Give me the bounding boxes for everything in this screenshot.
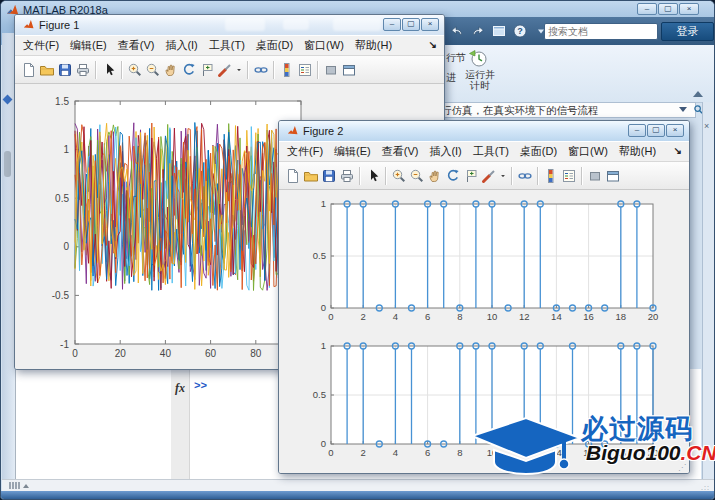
login-button[interactable]: 登录 (661, 22, 714, 41)
caret-down-icon[interactable] (234, 61, 244, 79)
menu-item-figure1-5[interactable]: 桌面(D) (256, 38, 293, 53)
brush-icon[interactable] (216, 61, 234, 79)
toolbar-separator (537, 167, 539, 185)
doc-address-bar[interactable]: 行仿真，在真实环境下的信号流程 (444, 102, 696, 118)
figure2-titlebar[interactable]: Figure 2 – ▢ × (279, 121, 689, 141)
help-icon[interactable]: ? (512, 23, 528, 39)
figure2-maximize-button[interactable]: ▢ (647, 124, 665, 137)
menu-item-figure1-6[interactable]: 窗口(W) (304, 38, 344, 53)
statusbar-grip-icon[interactable] (9, 482, 29, 489)
dock-plain-icon[interactable] (322, 61, 340, 79)
figure1-close-button[interactable]: × (421, 18, 439, 31)
menu-item-figure1-2[interactable]: 查看(V) (118, 38, 155, 53)
svg-text:1: 1 (63, 144, 69, 155)
pointer-icon[interactable] (100, 61, 118, 79)
figure2-resize-grip-icon[interactable]: ⋰ (678, 463, 686, 472)
brush-icon[interactable] (480, 167, 498, 185)
menu-item-figure2-0[interactable]: 文件(F) (287, 144, 323, 159)
print-icon[interactable] (338, 167, 356, 185)
menu-item-figure2-3[interactable]: 插入(I) (429, 144, 461, 159)
figure1-titlebar[interactable]: Figure 1 – ▢ × (15, 15, 444, 35)
menu-item-figure1-1[interactable]: 编辑(E) (70, 38, 107, 53)
zoom-in-icon[interactable] (390, 167, 408, 185)
insert-legend-icon[interactable] (296, 61, 314, 79)
rotate-3d-icon[interactable] (444, 167, 462, 185)
insert-colorbar-icon[interactable] (278, 61, 296, 79)
open-folder-icon[interactable] (38, 61, 56, 79)
ribbon-step-fragment[interactable]: 进 (446, 71, 456, 85)
menu-item-figure1-3[interactable]: 插入(I) (165, 38, 197, 53)
main-maximize-button[interactable]: ▢ (658, 3, 678, 15)
run-and-time-button[interactable]: 运行并 计时 (458, 69, 502, 91)
figure2-toolbar (279, 162, 689, 190)
main-minimize-button[interactable]: – (637, 3, 657, 15)
svg-text:20: 20 (115, 348, 127, 359)
svg-text:4: 4 (393, 311, 398, 322)
figure2-plot-canvas[interactable]: 0246810121416182000.51024681012141618200… (279, 190, 689, 474)
new-doc-icon[interactable] (284, 167, 302, 185)
window-resize-grip-icon[interactable]: .:: (701, 484, 710, 491)
figure2-axes[interactable]: 0246810121416182000.51024681012141618200… (279, 190, 687, 474)
link-plots-icon[interactable] (516, 167, 534, 185)
dock-plain-icon[interactable] (586, 167, 604, 185)
svg-text:0: 0 (321, 302, 326, 313)
ribbon-run-section-fragment[interactable]: 行节 (446, 51, 466, 65)
figure1-minimize-button[interactable]: – (383, 18, 401, 31)
save-icon[interactable] (56, 61, 74, 79)
figure2-dock-arrow-icon[interactable]: ↘ (674, 145, 682, 156)
toolbar-separator (359, 167, 361, 185)
current-folder-panel[interactable] (15, 369, 172, 481)
panel-close-icon[interactable]: × (704, 121, 709, 131)
svg-text:0: 0 (321, 438, 326, 449)
print-icon[interactable] (74, 61, 92, 79)
menu-item-figure1-0[interactable]: 文件(F) (23, 38, 59, 53)
insert-colorbar-icon[interactable] (542, 167, 560, 185)
svg-text:2: 2 (361, 447, 366, 458)
window-icon[interactable] (491, 23, 507, 39)
pan-icon[interactable] (426, 167, 444, 185)
menu-item-figure2-6[interactable]: 窗口(W) (568, 144, 608, 159)
pointer-icon[interactable] (364, 167, 382, 185)
data-cursor-icon[interactable] (462, 167, 480, 185)
zoom-out-icon[interactable] (144, 61, 162, 79)
svg-text:0: 0 (72, 348, 78, 359)
zoom-out-icon[interactable] (408, 167, 426, 185)
left-scrollbar-thumb[interactable] (4, 151, 11, 177)
open-folder-icon[interactable] (302, 167, 320, 185)
zoom-in-icon[interactable] (126, 61, 144, 79)
toolbar-separator (273, 61, 275, 79)
menu-item-figure1-7[interactable]: 帮助(H) (355, 38, 392, 53)
link-plots-icon[interactable] (252, 61, 270, 79)
figure2-close-button[interactable]: × (666, 124, 684, 137)
rotate-3d-icon[interactable] (180, 61, 198, 79)
new-doc-icon[interactable] (20, 61, 38, 79)
insert-legend-icon[interactable] (560, 167, 578, 185)
data-cursor-icon[interactable] (198, 61, 216, 79)
figure2-minimize-button[interactable]: – (628, 124, 646, 137)
menu-item-figure2-4[interactable]: 工具(T) (473, 144, 509, 159)
menu-item-figure2-1[interactable]: 编辑(E) (334, 144, 371, 159)
main-close-button[interactable]: × (679, 3, 699, 15)
menu-item-figure1-4[interactable]: 工具(T) (209, 38, 245, 53)
window-bottom-border (1, 491, 715, 500)
doc-bar-caret-down-icon[interactable] (679, 107, 687, 112)
ribbon-collapse-icon[interactable] (693, 91, 703, 97)
redo-icon[interactable] (470, 23, 486, 39)
caret-down-icon[interactable] (498, 167, 508, 185)
svg-text:?: ? (517, 26, 523, 36)
svg-text:0.5: 0.5 (313, 389, 326, 400)
menu-item-figure2-7[interactable]: 帮助(H) (619, 144, 656, 159)
pan-icon[interactable] (162, 61, 180, 79)
figure2-title: Figure 2 (303, 125, 343, 137)
svg-text:18: 18 (616, 311, 627, 322)
menu-item-figure2-5[interactable]: 桌面(D) (520, 144, 557, 159)
figure1-maximize-button[interactable]: ▢ (402, 18, 420, 31)
run-and-time-clock-icon[interactable] (468, 48, 488, 68)
undo-icon[interactable] (449, 23, 465, 39)
menu-item-figure2-2[interactable]: 查看(V) (382, 144, 419, 159)
svg-text:10: 10 (487, 447, 498, 458)
dock-window-icon[interactable] (340, 61, 358, 79)
save-icon[interactable] (320, 167, 338, 185)
figure1-dock-arrow-icon[interactable]: ↘ (429, 39, 437, 50)
dock-window-icon[interactable] (604, 167, 622, 185)
